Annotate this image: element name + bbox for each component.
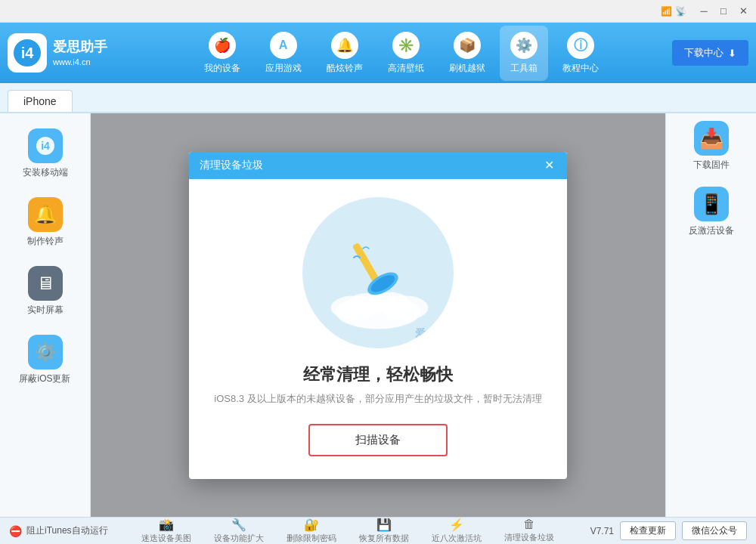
nav-item-ringtones[interactable]: 🔔 酷炫铃声 [316,26,373,81]
svg-text:i4: i4 [21,45,35,61]
right-sidebar: 📥 下载固件 📱 反激活设备 [665,113,756,517]
nav-label-jailbreak: 刷机越狱 [449,62,485,75]
nav-label-wallpapers: 高清壁纸 [388,62,424,75]
bmi-clean-junk-label: 清理设备垃圾 [504,532,554,543]
close-button[interactable]: ✕ [733,3,753,20]
nav-label-my-device: 我的设备 [204,62,240,75]
wechat-button[interactable]: 微信公众号 [682,521,747,540]
logo-text: 爱思助手 www.i4.cn [53,38,107,69]
title-bar: 📶 📡 ─ □ ✕ [0,0,756,23]
nav-icon-my-device: 🍎 [209,32,236,59]
bmi-remove-limit[interactable]: 🔐 删除限制密码 [287,518,336,544]
sidebar-item-ringtone[interactable]: 🔔 制作铃声 [5,190,85,255]
sidebar-item-screen[interactable]: 🖥 实时屏幕 [5,258,85,324]
modal-close-button[interactable]: ✕ [541,158,556,173]
nav-items: 🍎 我的设备 A 应用游戏 🔔 酷炫铃声 ✳️ 高清壁纸 📦 刷机越狱 ⚙️ 工… [130,26,672,81]
sidebar-item-block-update[interactable]: ⚙️ 屏蔽iOS更新 [5,327,85,393]
signal-icon: 📡 [675,6,686,17]
bmi-recover-data-icon: 💾 [376,518,392,532]
svg-point-8 [370,292,409,314]
modal-title: 清理设备垃圾 [200,159,263,172]
left-sidebar: i4 安装移动端 🔔 制作铃声 🖥 实时屏幕 ⚙️ 屏蔽iOS更新 [0,113,91,517]
content-area: 清理设备垃圾 ✕ [91,113,665,517]
reactive-icon: 📱 [694,187,729,221]
right-item-firmware[interactable]: 📥 下载固件 [693,121,730,172]
ringtone-label: 制作铃声 [27,235,64,248]
reactive-label: 反激活设备 [689,224,734,237]
bmi-remove-limit-label: 删除限制密码 [287,533,336,544]
bmi-function-expand-icon: 🔧 [231,518,246,532]
modal-header: 清理设备垃圾 ✕ [189,152,567,179]
nav-icon-apps-games: A [270,32,297,59]
modal-overlay: 清理设备垃圾 ✕ [91,113,665,517]
bmi-recover-data[interactable]: 💾 恢复所有数据 [359,518,409,544]
download-center-label: 下载中心 [684,46,723,60]
nav-item-apps-games[interactable]: A 应用游戏 [255,26,312,81]
bmi-activation-label: 近八次激活坑 [432,533,482,544]
nav-label-ringtones: 酷炫铃声 [327,62,363,75]
clean-junk-modal: 清理设备垃圾 ✕ [189,152,567,479]
nav-item-toolbox[interactable]: ⚙️ 工具箱 [500,26,548,81]
scan-device-button[interactable]: 扫描设备 [308,424,448,456]
logo-name: 爱思助手 [53,38,107,57]
check-update-button[interactable]: 检查更新 [620,521,676,540]
install-app-icon: i4 [28,128,63,163]
bmi-activation[interactable]: ⚡ 近八次激活坑 [432,518,482,544]
maximize-button[interactable]: □ [714,3,733,20]
logo-url: www.i4.cn [53,57,107,68]
install-app-label: 安装移动端 [23,166,68,179]
bmi-clean-junk-icon: 🗑 [523,518,535,531]
nav-icon-wallpapers: ✳️ [392,32,420,59]
bmi-remove-limit-icon: 🔐 [304,518,319,532]
device-tab-iphone[interactable]: iPhone [8,90,73,112]
wifi-icon: 📶 [661,6,672,17]
bmi-device-img-icon: 📸 [159,518,174,532]
bottom-toolbar: ⛔ 阻止iTunes自动运行 📸 迷迭设备美图 🔧 设备功能扩大 🔐 删除限制密… [0,517,756,544]
sidebar-item-install-app[interactable]: i4 安装移动端 [5,121,85,187]
device-tab-bar: iPhone [0,83,756,113]
bmi-function-expand-label: 设备功能扩大 [214,533,264,544]
modal-heading: 经常清理，轻松畅快 [303,363,453,386]
nav-icon-jailbreak: 📦 [454,32,481,59]
sys-icons: 📶 📡 [661,6,686,17]
download-center-icon: ⬇ [728,48,736,59]
firmware-label: 下载固件 [693,159,730,172]
bmi-device-img[interactable]: 📸 迷迭设备美图 [141,518,191,544]
ringtone-icon: 🔔 [28,197,63,232]
main-area: i4 安装移动端 🔔 制作铃声 🖥 实时屏幕 ⚙️ 屏蔽iOS更新 [0,113,756,517]
logo-area: i4 爱思助手 www.i4.cn [8,33,107,73]
nav-label-apps-games: 应用游戏 [265,62,302,75]
right-item-reactive[interactable]: 📱 反激活设备 [689,187,734,237]
firmware-icon: 📥 [694,121,729,156]
bottom-right: V7.71 检查更新 微信公众号 [590,521,747,540]
svg-text:i4: i4 [41,140,50,152]
nav-icon-toolbox: ⚙️ [510,32,538,59]
watermark: 爱4网 [415,327,442,341]
nav-item-tutorials[interactable]: ⓘ 教程中心 [552,26,609,81]
screen-icon: 🖥 [28,266,63,301]
bmi-clean-junk[interactable]: 🗑 清理设备垃圾 [504,518,554,544]
nav-label-tutorials: 教程中心 [562,62,599,75]
bmi-activation-icon: ⚡ [449,518,464,532]
version-text: V7.71 [590,526,614,536]
nav-item-jailbreak[interactable]: 📦 刷机越狱 [438,26,496,81]
stop-itunes-icon: ⛔ [9,525,22,537]
top-nav: i4 爱思助手 www.i4.cn 🍎 我的设备 A 应用游戏 🔔 酷炫铃声 ✳… [0,23,756,83]
nav-item-wallpapers[interactable]: ✳️ 高清壁纸 [377,26,435,81]
logo-icon: i4 [8,33,47,73]
nav-icon-ringtones: 🔔 [331,32,358,59]
modal-subtitle: iOS8.3 及以上版本的未越狱设备，部分应用产生的垃圾文件，暂时无法清理 [214,392,541,406]
bmi-device-img-label: 迷迭设备美图 [141,533,191,544]
minimize-button[interactable]: ─ [694,3,714,20]
screen-label: 实时屏幕 [27,304,64,317]
modal-illustration: 爱4网 [302,197,454,348]
bottom-left: ⛔ 阻止iTunes自动运行 📸 迷迭设备美图 🔧 设备功能扩大 🔐 删除限制密… [9,518,583,544]
modal-body: 爱4网 经常清理，轻松畅快 iOS8.3 及以上版本的未越狱设备，部分应用产生的… [189,179,567,479]
bottom-mini-icons: 📸 迷迭设备美图 🔧 设备功能扩大 🔐 删除限制密码 💾 恢复所有数据 ⚡ 近八… [113,518,583,544]
stop-itunes-text: 阻止iTunes自动运行 [26,524,108,537]
nav-icon-tutorials: ⓘ [567,32,594,59]
download-center-button[interactable]: 下载中心 ⬇ [672,40,748,66]
bmi-function-expand[interactable]: 🔧 设备功能扩大 [214,518,264,544]
nav-label-toolbox: 工具箱 [510,62,538,75]
nav-item-my-device[interactable]: 🍎 我的设备 [194,26,251,81]
